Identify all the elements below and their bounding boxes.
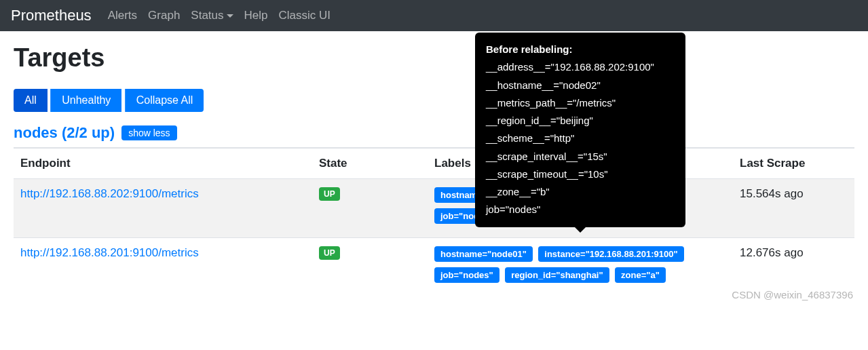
label-region-id[interactable]: region_id="shanghai" [505, 267, 609, 283]
tooltip-line-address: __address__="192.168.88.202:9100" [486, 58, 675, 76]
last-scrape-value: 12.676s ago [733, 238, 854, 297]
relabel-tooltip: Before relabeling: __address__="192.168.… [475, 33, 685, 227]
brand-title[interactable]: Prometheus [11, 7, 92, 24]
label-hostname[interactable]: hostname="node01" [434, 246, 533, 262]
nav-graph[interactable]: Graph [148, 9, 180, 22]
filter-unhealthy-button[interactable]: Unhealthy [50, 89, 121, 112]
label-job[interactable]: job="nodes" [434, 267, 499, 283]
targets-table: Endpoint State Labels Last Scrape http:/… [14, 147, 854, 296]
nav-alerts[interactable]: Alerts [108, 9, 137, 22]
tooltip-line-scrape-interval: __scrape_interval__="15s" [486, 148, 675, 166]
label-instance[interactable]: instance="192.168.88.201:9100" [538, 246, 683, 262]
table-row: http://192.168.88.202:9100/metrics UP ho… [14, 179, 854, 238]
collapse-all-button[interactable]: Collapse All [125, 89, 204, 112]
filter-button-group: All Unhealthy Collapse All [14, 89, 854, 112]
tooltip-line-job: job="nodes" [486, 201, 675, 218]
table-row: http://192.168.88.201:9100/metrics UP ho… [14, 238, 854, 297]
tooltip-line-hostname: __hostname__="node02" [486, 77, 675, 94]
label-zone[interactable]: zone="a" [615, 267, 666, 283]
tooltip-line-zone: __zone__="b" [486, 183, 675, 201]
nav-status[interactable]: Status [191, 9, 233, 22]
endpoint-link[interactable]: http://192.168.88.201:9100/metrics [20, 246, 199, 259]
chevron-down-icon [227, 14, 233, 18]
tooltip-line-scrape-timeout: __scrape_timeout__="10s" [486, 166, 675, 183]
show-less-button[interactable]: show less [121, 125, 176, 140]
nav-help[interactable]: Help [244, 9, 268, 22]
endpoint-link[interactable]: http://192.168.88.202:9100/metrics [20, 187, 199, 200]
nav-classic-ui[interactable]: Classic UI [279, 9, 331, 22]
last-scrape-value: 15.564s ago [733, 179, 854, 238]
main-container: Targets All Unhealthy Collapse All nodes… [0, 31, 868, 305]
navbar: Prometheus Alerts Graph Status Help Clas… [0, 0, 868, 31]
col-state: State [312, 148, 428, 179]
filter-all-button[interactable]: All [14, 89, 48, 112]
page-title: Targets [14, 43, 854, 73]
nav-status-label: Status [191, 9, 223, 22]
target-group-title[interactable]: nodes (2/2 up) [14, 124, 115, 142]
target-group-header: nodes (2/2 up) show less [14, 124, 854, 142]
tooltip-line-metrics-path: __metrics_path__="/metrics" [486, 94, 675, 112]
tooltip-line-region-id: __region_id__="beijing" [486, 112, 675, 130]
state-badge: UP [319, 187, 340, 201]
col-last-scrape: Last Scrape [733, 148, 854, 179]
tooltip-line-scheme: __scheme__="http" [486, 130, 675, 147]
tooltip-title: Before relabeling: [486, 41, 675, 58]
state-badge: UP [319, 246, 340, 260]
col-endpoint: Endpoint [14, 148, 312, 179]
